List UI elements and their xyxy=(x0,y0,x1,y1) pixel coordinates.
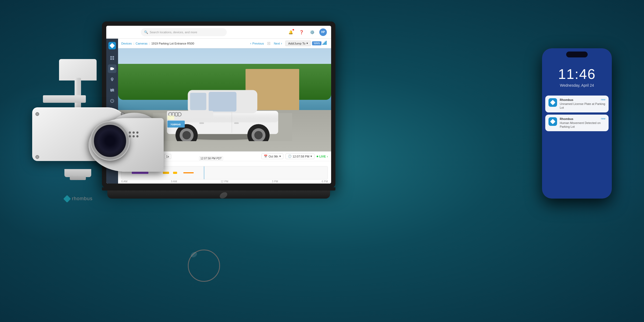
previous-button[interactable]: ‹ Previous xyxy=(248,41,266,46)
rhombus-logo-icon xyxy=(63,195,71,202)
search-icon: 🔍 xyxy=(144,30,148,34)
svg-rect-24 xyxy=(208,92,236,111)
nav-divider: ⊠ xyxy=(267,41,270,46)
breadcrumb-current: 1919 Parking Lot Entrance R500 xyxy=(151,42,194,45)
date-value: Oct 9th xyxy=(269,155,278,158)
camera-mount xyxy=(59,59,97,80)
camera-screw-1 xyxy=(35,112,39,116)
chevron-right-icon: › xyxy=(281,42,282,45)
breadcrumb-bar: Devices :: Cameras :: 1919 Parking Lot E… xyxy=(118,39,331,48)
date-picker[interactable]: 📅 Oct 9th ▾ xyxy=(261,153,283,159)
camera-arm-horizontal xyxy=(43,95,86,103)
header-icons: 🔔 ❓ ⚙️ HP xyxy=(287,28,327,36)
gear-icon: ⚙️ xyxy=(310,30,314,34)
notification-dot xyxy=(292,29,294,31)
camera-foot xyxy=(70,176,86,180)
add-jump-label: Add/Jump To xyxy=(288,42,305,45)
phone-date: Wednesday, April 24 xyxy=(542,83,612,87)
time-dropdown-icon: ▾ xyxy=(310,155,312,158)
phone-body: 11:46 Wednesday, April 24 Rhombus new Un… xyxy=(542,48,612,199)
notification-2[interactable]: Rhombus new Human Movement Detected on P… xyxy=(545,115,609,131)
svg-rect-39 xyxy=(167,116,174,120)
wan-badge: WAN xyxy=(312,41,321,45)
notif-content-1: Rhombus new Unnamed License Plate at Par… xyxy=(560,98,605,110)
svg-rect-16 xyxy=(324,43,324,45)
timeline-bar-event2 xyxy=(173,172,177,174)
breadcrumb-devices[interactable]: Devices xyxy=(121,42,132,45)
timeline-bar-rule xyxy=(183,172,193,173)
bell-icon: 🔔 xyxy=(288,30,293,34)
clock-icon: 🕐 xyxy=(288,155,292,158)
breadcrumb-nav: ‹ Previous ⊠ Next › Add/Jump To ▾ xyxy=(248,41,328,46)
notif-app-name-1: Rhombus new xyxy=(560,98,605,101)
notif-message-2: Human Movement Detected on Parking Lot xyxy=(560,121,605,129)
chevron-left-icon: ‹ xyxy=(250,42,251,45)
help-button[interactable]: ❓ xyxy=(298,28,305,36)
phone-notifications: Rhombus new Unnamed License Plate at Par… xyxy=(542,96,612,131)
add-jump-button[interactable]: Add/Jump To ▾ xyxy=(285,41,311,46)
search-placeholder: Search locations, devices, and more xyxy=(150,31,197,34)
user-avatar[interactable]: HP xyxy=(319,28,327,36)
speed-selector[interactable]: 1x xyxy=(164,154,171,159)
previous-label: Previous xyxy=(253,42,264,45)
notifications-button[interactable]: 🔔 xyxy=(287,28,295,36)
camera-arm-vertical xyxy=(75,78,81,110)
calendar-icon: 📅 xyxy=(264,155,268,158)
network-icon xyxy=(323,41,328,46)
breadcrumb-sep-2: :: xyxy=(149,42,150,45)
phone-screen: 11:46 Wednesday, April 24 Rhombus new Un… xyxy=(542,48,612,199)
next-label: Next xyxy=(274,42,280,45)
timeline-right-controls: 📅 Oct 9th ▾ 🕐 12:07:58 PM ▾ xyxy=(261,153,328,159)
svg-rect-42 xyxy=(199,122,204,124)
rhombus-diamond-icon-1 xyxy=(550,100,555,105)
svg-point-29 xyxy=(182,131,191,139)
breadcrumb-sep-1: :: xyxy=(133,42,134,45)
settings-button[interactable]: ⚙️ xyxy=(309,28,316,36)
live-badge: LIVE › xyxy=(317,155,328,158)
phone-notch xyxy=(566,52,588,57)
notif-icon-2 xyxy=(548,117,557,126)
svg-rect-18 xyxy=(326,41,327,45)
camera-brand-logo: rhombus xyxy=(64,196,93,202)
date-dropdown-icon: ▾ xyxy=(279,155,281,158)
svg-rect-41 xyxy=(234,122,239,124)
svg-rect-15 xyxy=(323,44,323,45)
phone: 11:46 Wednesday, April 24 Rhombus new Un… xyxy=(542,48,612,199)
question-icon: ❓ xyxy=(299,30,304,34)
svg-point-32 xyxy=(254,131,262,139)
notif-content-2: Rhombus new Human Movement Detected on P… xyxy=(560,117,605,129)
live-chevron: › xyxy=(327,155,328,158)
rhombus-logo-text: rhombus xyxy=(72,196,93,202)
rhombus-diamond-icon-2 xyxy=(550,119,555,124)
time-picker[interactable]: 🕐 12:07:58 PM ▾ xyxy=(286,153,314,159)
search-bar[interactable]: 🔍 Search locations, devices, and more xyxy=(141,28,227,36)
svg-rect-25 xyxy=(190,93,206,110)
dropdown-arrow-icon: ▾ xyxy=(306,42,308,45)
notif-new-badge-1: new xyxy=(601,98,605,101)
sidebar-logo[interactable] xyxy=(108,42,116,49)
next-button[interactable]: Next › xyxy=(272,41,284,46)
time-value: 12:07:58 PM xyxy=(293,155,309,158)
phone-time: 11:46 xyxy=(542,66,612,82)
app-header: 🔍 Search locations, devices, and more 🔔 … xyxy=(106,26,331,39)
timeline-position-marker xyxy=(204,166,204,179)
timeline-time-label: 12:07:58 PM PDT xyxy=(199,156,223,160)
logo-diamond xyxy=(109,43,115,48)
notif-icon-1 xyxy=(548,98,557,107)
notif-message-1: Unnamed License Plate at Parking Lot xyxy=(560,102,605,110)
notif-new-badge-2: new xyxy=(601,117,605,120)
camera-screw-3 xyxy=(35,155,39,159)
timeline-bar-event1 xyxy=(163,172,169,174)
notification-1[interactable]: Rhombus new Unnamed License Plate at Par… xyxy=(545,96,609,112)
notif-app-name-2: Rhombus new xyxy=(560,117,605,120)
live-indicator-dot xyxy=(317,156,318,157)
live-label: LIVE xyxy=(319,155,326,158)
breadcrumb-cameras[interactable]: Cameras xyxy=(136,42,148,45)
svg-text:7GBR045: 7GBR045 xyxy=(170,123,181,126)
svg-rect-17 xyxy=(325,42,325,45)
bullet-camera-screws xyxy=(129,131,138,137)
bullet-camera-lens xyxy=(91,122,129,160)
